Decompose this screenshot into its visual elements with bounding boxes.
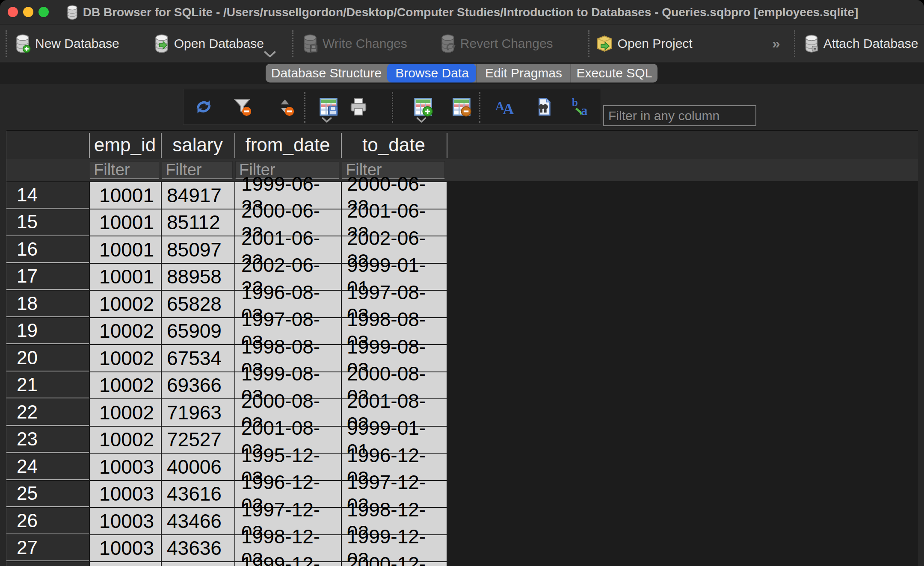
global-filter-input[interactable] xyxy=(603,105,756,126)
cell-salary[interactable]: 67534 xyxy=(162,345,234,371)
cell-salary[interactable]: 43616 xyxy=(162,481,234,507)
row-number[interactable]: 24 xyxy=(6,454,89,480)
browse-data-panel: Table: salaries xyxy=(0,84,924,566)
svg-text:A: A xyxy=(503,100,514,117)
cell-salary[interactable]: 85097 xyxy=(162,236,234,263)
cell-salary[interactable]: 85112 xyxy=(162,209,234,236)
refresh-icon[interactable] xyxy=(194,97,213,117)
clear-sort-icon[interactable] xyxy=(275,97,295,117)
cell-emp_id[interactable]: 10001 xyxy=(90,264,161,290)
open-recent-chevron-icon[interactable] xyxy=(264,50,276,58)
cell-salary[interactable]: 72527 xyxy=(162,427,234,453)
cell-emp_id[interactable]: 10001 xyxy=(90,236,161,263)
open-database-icon xyxy=(154,34,170,53)
table-row: 2510003436161996-12-021997-12-02 xyxy=(6,481,918,507)
tab-edit-pragmas[interactable]: Edit Pragmas xyxy=(476,64,570,83)
grid-body: 1410001849171999-06-232000-06-2215100018… xyxy=(6,182,918,566)
cell-emp_id[interactable]: 10002 xyxy=(90,318,161,345)
delete-record-icon[interactable] xyxy=(452,97,471,117)
cell-to_date[interactable]: 2000-12-01 xyxy=(342,562,447,566)
table-row: 1610001850972001-06-222002-06-22 xyxy=(6,236,918,263)
cell-salary[interactable]: 69366 xyxy=(162,372,234,399)
toolbar-overflow-button[interactable]: » xyxy=(772,35,779,52)
row-number[interactable]: 26 xyxy=(6,508,89,534)
cell-emp_id[interactable]: 10002 xyxy=(90,291,161,317)
save-table-icon[interactable] xyxy=(319,97,338,117)
column-header-from_date[interactable]: from_date xyxy=(234,131,341,159)
open-project-button[interactable]: Open Project xyxy=(595,34,693,53)
row-number[interactable]: 23 xyxy=(6,427,89,453)
cell-emp_id[interactable]: 10003 xyxy=(90,562,161,566)
insert-record-icon[interactable] xyxy=(413,97,433,117)
font-size-icon[interactable]: A A xyxy=(495,97,514,117)
table-row: 1810002658281996-08-031997-08-03 xyxy=(6,291,918,317)
cell-salary[interactable]: 71963 xyxy=(162,399,234,426)
row-number[interactable]: 20 xyxy=(6,345,89,371)
write-changes-button[interactable]: Write Changes xyxy=(302,34,407,53)
cell-emp_id[interactable]: 10001 xyxy=(90,209,161,236)
row-number[interactable]: 27 xyxy=(6,535,89,562)
cell-emp_id[interactable]: 10002 xyxy=(90,399,161,426)
row-number[interactable]: 18 xyxy=(6,291,89,317)
tab-strip: Database StructureBrowse DataEdit Pragma… xyxy=(0,63,924,84)
cell-salary[interactable]: 40006 xyxy=(162,454,234,480)
table-row: 1910002659091997-08-031998-08-03 xyxy=(6,318,918,345)
cell-emp_id[interactable]: 10002 xyxy=(90,427,161,453)
cell-salary[interactable]: 43478 xyxy=(162,562,234,566)
edit-cell-icon[interactable]: b a xyxy=(571,97,591,117)
toolbar-separator xyxy=(6,30,7,57)
toolbar-separator xyxy=(794,30,795,57)
tab-execute-sql[interactable]: Execute SQL xyxy=(570,64,657,83)
save-table-chevron-icon[interactable] xyxy=(321,117,332,123)
table-row: 1710001889582002-06-229999-01-01 xyxy=(6,264,918,290)
write-changes-icon xyxy=(302,34,318,53)
table-row: 1410001849171999-06-232000-06-22 xyxy=(6,182,918,209)
cell-emp_id[interactable]: 10002 xyxy=(90,345,161,371)
filter-input-emp_id[interactable] xyxy=(90,161,159,179)
cell-salary[interactable]: 88958 xyxy=(162,264,234,290)
revert-changes-button[interactable]: Revert Changes xyxy=(440,34,553,53)
column-header-to_date[interactable]: to_date xyxy=(341,131,447,159)
grid-header: emp_idsalaryfrom_dateto_date xyxy=(6,131,918,159)
cell-salary[interactable]: 43636 xyxy=(162,535,234,562)
open-database-button[interactable]: Open Database xyxy=(154,34,264,53)
row-number[interactable]: 21 xyxy=(6,372,89,399)
new-database-button[interactable]: New Database xyxy=(15,34,119,53)
table-row: 2010002675341998-08-031999-08-03 xyxy=(6,345,918,371)
row-number[interactable]: 17 xyxy=(6,264,89,290)
main-toolbar: New Database Open Database Write Changes xyxy=(0,25,924,62)
grid-toolbar-separator xyxy=(479,92,480,123)
row-number[interactable]: 15 xyxy=(6,209,89,236)
cell-emp_id[interactable]: 10003 xyxy=(90,508,161,534)
clear-filters-icon[interactable] xyxy=(232,97,252,117)
cell-emp_id[interactable]: 10003 xyxy=(90,481,161,507)
new-database-icon xyxy=(15,34,31,53)
column-header-salary[interactable]: salary xyxy=(161,131,234,159)
insert-record-chevron-icon[interactable] xyxy=(416,117,427,123)
cell-emp_id[interactable]: 10003 xyxy=(90,454,161,480)
find-in-cells-icon[interactable] xyxy=(533,97,553,117)
table-row: 2410003400061995-12-031996-12-02 xyxy=(6,454,918,480)
row-number[interactable]: 14 xyxy=(6,182,89,209)
row-number[interactable]: 25 xyxy=(6,481,89,507)
column-header-emp_id[interactable]: emp_id xyxy=(89,131,161,159)
cell-emp_id[interactable]: 10001 xyxy=(90,182,161,209)
row-number[interactable]: 16 xyxy=(6,236,89,263)
cell-emp_id[interactable]: 10002 xyxy=(90,372,161,399)
header-separator xyxy=(161,133,162,158)
row-number[interactable]: 19 xyxy=(6,318,89,345)
tab-browse-data[interactable]: Browse Data xyxy=(387,64,476,83)
cell-from_date[interactable]: 1999-12-02 xyxy=(235,562,341,566)
filter-input-salary[interactable] xyxy=(162,161,233,179)
cell-salary[interactable]: 65828 xyxy=(162,291,234,317)
print-icon[interactable] xyxy=(349,97,368,117)
attach-database-button[interactable]: Attach Database xyxy=(804,34,918,53)
tab-database-structure[interactable]: Database Structure xyxy=(266,64,387,83)
cell-emp_id[interactable]: 10003 xyxy=(90,535,161,562)
cell-salary[interactable]: 84917 xyxy=(162,182,234,209)
cell-salary[interactable]: 43466 xyxy=(162,508,234,534)
row-number[interactable]: 28 xyxy=(6,562,89,566)
table-row: 2110002693661999-08-032000-08-02 xyxy=(6,372,918,399)
row-number[interactable]: 22 xyxy=(6,399,89,426)
cell-salary[interactable]: 65909 xyxy=(162,318,234,345)
